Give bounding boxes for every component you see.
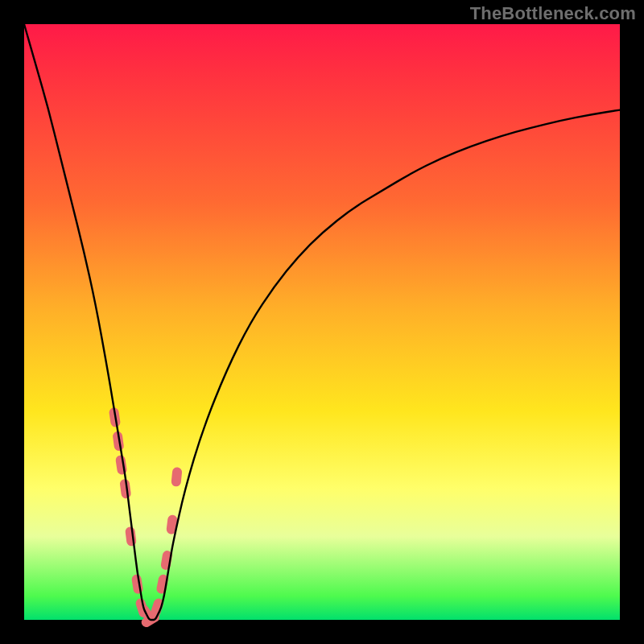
chart-svg	[24, 24, 620, 620]
bottleneck-curve	[24, 24, 620, 620]
watermark-text: TheBottleneck.com	[470, 3, 636, 24]
curve-marker	[125, 526, 137, 547]
chart-frame: TheBottleneck.com	[0, 0, 644, 644]
curve-marker	[171, 467, 182, 487]
curve-marker	[115, 455, 127, 476]
